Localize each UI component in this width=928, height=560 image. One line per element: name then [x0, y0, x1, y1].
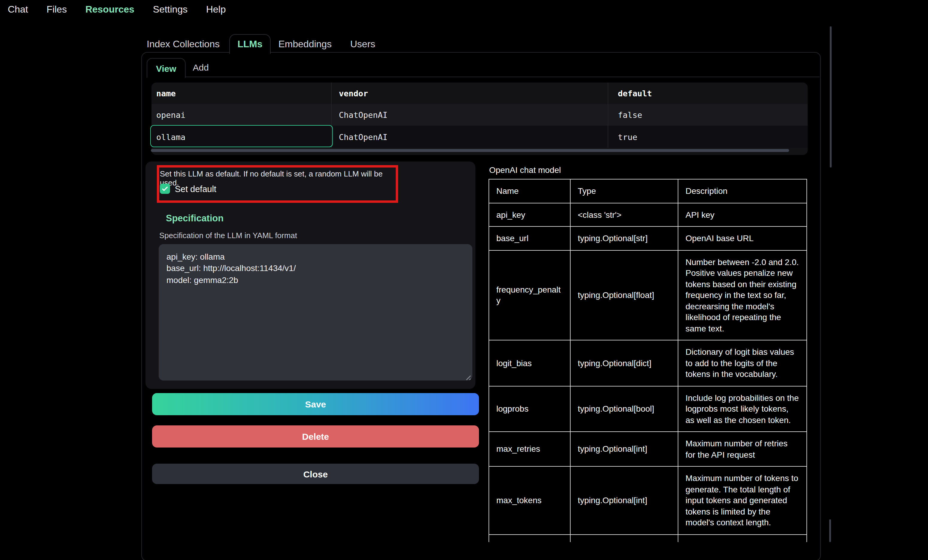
subtab-view-label: View [156, 63, 176, 73]
params-col-type: Type [570, 179, 678, 203]
subtab-add[interactable]: Add [193, 62, 209, 72]
param-type: typing.Optional[str] [570, 227, 678, 250]
param-row-frequency-penalty: frequency_penalty typing.Optional[float]… [489, 250, 807, 340]
params-col-description: Description [678, 179, 807, 203]
param-type: typing.Optional[int] [570, 466, 678, 534]
subtab-divider [184, 76, 820, 77]
highlight-red-box [157, 165, 398, 203]
tab-llms-label: LLMs [237, 39, 263, 50]
param-type: typing.Optional[float] [570, 250, 678, 340]
param-type: typing.Optional[dict] [570, 340, 678, 386]
table-row-openai[interactable]: openai ChatOpenAI false [151, 104, 807, 126]
param-name: max_tokens [489, 466, 570, 534]
param-name: max_retries [489, 432, 570, 466]
close-button[interactable]: Close [152, 464, 479, 484]
param-name: api_key [489, 203, 570, 227]
params-table: Name Type Description api_key <class 'st… [488, 179, 807, 542]
param-type: typing.Optional[bool] [570, 386, 678, 432]
cell-default[interactable]: false [608, 104, 807, 126]
param-row-base-url: base_url typing.Optional[str] OpenAI bas… [489, 227, 807, 250]
save-button[interactable]: Save [152, 393, 479, 415]
param-row-max-tokens: max_tokens typing.Optional[int] Maximum … [489, 466, 807, 534]
param-type: typing.Optional[int] [570, 432, 678, 466]
cell-default[interactable]: true [608, 126, 807, 148]
cell-vendor[interactable]: ChatOpenAI [332, 126, 608, 148]
nav-item-settings[interactable]: Settings [153, 4, 188, 18]
param-row-logprobs: logprobs typing.Optional[bool] Include l… [489, 386, 807, 432]
llm-col-vendor: vendor [332, 82, 608, 104]
nav-item-files[interactable]: Files [47, 4, 67, 18]
tab-index-collections[interactable]: Index Collections [147, 39, 220, 50]
inner-vertical-scrollbar-thumb[interactable] [829, 519, 831, 542]
app-root: Chat Files Resources Settings Help Index… [0, 0, 928, 560]
param-type: <class 'str'> [570, 203, 678, 227]
subtab-view[interactable]: View [147, 58, 186, 78]
param-description: Number between -2.0 and 2.0. Positive va… [678, 250, 807, 340]
param-row-clipped [489, 534, 807, 542]
delete-button[interactable]: Delete [152, 425, 479, 447]
param-row-api-key: api_key <class 'str'> API key [489, 203, 807, 227]
param-description: Include log probabilities on the logprob… [678, 386, 807, 432]
top-nav: Chat Files Resources Settings Help [0, 0, 928, 18]
param-name: base_url [489, 227, 570, 250]
selected-cell-outline [150, 125, 333, 147]
page-vertical-scrollbar-thumb[interactable] [830, 26, 832, 167]
nav-item-resources[interactable]: Resources [85, 4, 134, 18]
param-description: API key [678, 203, 807, 227]
param-row-max-retries: max_retries typing.Optional[int] Maximum… [489, 432, 807, 466]
params-panel-title: OpenAI chat model [489, 165, 561, 175]
nav-item-help[interactable]: Help [206, 4, 226, 18]
param-description: Dictionary of logit bias values to add t… [678, 340, 807, 386]
cell-name[interactable]: openai [151, 104, 332, 126]
textarea-resize-handle-icon[interactable] [464, 372, 471, 379]
params-col-name: Name [489, 179, 570, 203]
horizontal-scrollbar-thumb[interactable] [151, 149, 789, 152]
param-description: OpenAI base URL [678, 227, 807, 250]
cell-vendor[interactable]: ChatOpenAI [332, 104, 608, 126]
param-description: Maximum number of tokens to generate. Th… [678, 466, 807, 534]
tab-llms[interactable]: LLMs [229, 34, 271, 54]
param-description: Maximum number of retries for the API re… [678, 432, 807, 466]
tab-users[interactable]: Users [350, 39, 375, 50]
param-name: logit_bias [489, 340, 570, 386]
specification-caption: Specification of the LLM in YAML format [159, 231, 297, 240]
tab-embeddings[interactable]: Embeddings [278, 39, 332, 50]
param-name: frequency_penalty [489, 250, 570, 340]
params-header-row: Name Type Description [489, 179, 807, 203]
llm-table-header: name vendor default [151, 82, 807, 104]
params-table-viewport: Name Type Description api_key <class 'st… [488, 179, 807, 542]
param-name: logprobs [489, 386, 570, 432]
llm-col-default: default [608, 82, 807, 104]
nav-item-chat[interactable]: Chat [8, 4, 28, 18]
yaml-spec-textarea[interactable]: api_key: ollama base_url: http://localho… [159, 244, 472, 380]
param-row-logit-bias: logit_bias typing.Optional[dict] Diction… [489, 340, 807, 386]
llm-col-name: name [151, 82, 332, 104]
specification-heading: Specification [166, 213, 224, 224]
